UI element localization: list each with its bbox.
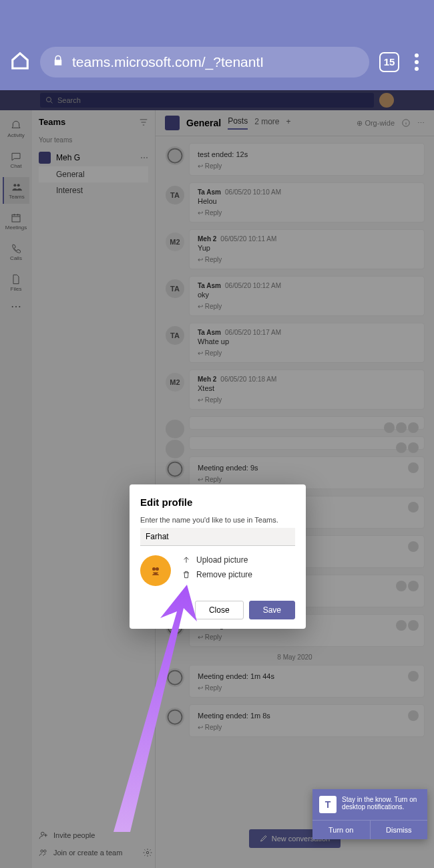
- modal-subtitle: Enter the name you'd like to use in Team…: [140, 516, 295, 524]
- profile-picture: [140, 555, 171, 586]
- channel-title: General: [186, 118, 221, 128]
- rail-activity[interactable]: Activity: [3, 116, 29, 142]
- reply-button[interactable]: ↩ Reply: [198, 396, 416, 404]
- org-wide-label[interactable]: ⊕ Org-wide: [357, 119, 395, 128]
- svg-point-17: [152, 567, 156, 571]
- team-row[interactable]: Meh G ⋯: [39, 149, 148, 166]
- remove-picture-button[interactable]: Remove picture: [182, 570, 252, 579]
- reply-button[interactable]: ↩ Reply: [198, 476, 416, 483]
- message-avatar: [166, 420, 184, 438]
- reply-button[interactable]: ↩ Reply: [198, 162, 416, 170]
- info-icon[interactable]: [401, 118, 411, 128]
- message-avatar: M2: [166, 233, 184, 251]
- reply-button[interactable]: ↩ Reply: [198, 256, 416, 263]
- channel-avatar-icon: [165, 116, 180, 130]
- notification-toast: T Stay in the know. Turn on desktop noti…: [312, 789, 427, 839]
- message-avatar: TA: [166, 326, 184, 345]
- message-meta: Ta Asm06/05/20 10:17 AM: [198, 329, 416, 336]
- reply-button[interactable]: ↩ Reply: [198, 724, 416, 731]
- channel-more-icon[interactable]: ⋯: [417, 119, 425, 128]
- message-avatar: [166, 668, 184, 687]
- rail-files[interactable]: Files: [3, 269, 29, 296]
- reply-button[interactable]: ↩ Reply: [198, 633, 416, 641]
- svg-point-5: [168, 149, 182, 163]
- message-card[interactable]: TATa Asm06/05/20 10:17 AMWhate up↩ Reply: [189, 323, 425, 363]
- message-avatar: TA: [166, 279, 184, 298]
- message-card[interactable]: M2Meh 206/05/20 10:11 AMYup↩ Reply: [189, 229, 425, 269]
- message-avatar: [166, 146, 184, 165]
- notification-text: Stay in the know. Turn on desktop notifi…: [342, 796, 421, 813]
- picture-actions: Upload picture Remove picture: [182, 555, 252, 579]
- reactions[interactable]: [408, 502, 419, 513]
- search-bar: Search: [0, 90, 434, 110]
- team-avatar-icon: [39, 152, 51, 164]
- browser-menu-icon[interactable]: [409, 53, 424, 71]
- svg-point-12: [168, 710, 182, 724]
- save-button[interactable]: Save: [249, 601, 295, 619]
- message-card[interactable]: Meeting ended: 1m 44s↩ Reply: [189, 665, 425, 698]
- dismiss-button[interactable]: Dismiss: [371, 821, 428, 839]
- reactions[interactable]: [408, 462, 419, 473]
- tab-posts[interactable]: Posts: [228, 116, 248, 130]
- reactions[interactable]: [384, 422, 419, 433]
- messages-list: test ended: 12s↩ ReplyTATa Asm06/05/20 1…: [156, 136, 434, 817]
- reactions[interactable]: [408, 541, 419, 552]
- message-card[interactable]: test ended: 12s↩ Reply: [189, 143, 425, 176]
- url-bar[interactable]: teams.microsoft.com/_?tenantI: [40, 47, 369, 78]
- channel-general[interactable]: General: [39, 166, 148, 182]
- rail-calls[interactable]: Calls: [3, 239, 29, 265]
- reply-button[interactable]: ↩ Reply: [198, 349, 416, 357]
- message-avatar: [166, 460, 184, 478]
- add-tab-icon[interactable]: +: [286, 117, 291, 129]
- message-text: oky: [198, 291, 416, 299]
- channel-interest[interactable]: Interest: [39, 182, 148, 198]
- tab-more[interactable]: 2 more: [254, 117, 279, 129]
- message-card[interactable]: M2Meh 206/05/20 10:18 AMXtest↩ Reply: [189, 370, 425, 410]
- reply-button[interactable]: ↩ Reply: [198, 303, 416, 310]
- svg-point-18: [156, 567, 159, 571]
- rail-meetings[interactable]: Meetings: [3, 208, 29, 235]
- message-card[interactable]: [189, 436, 425, 450]
- join-create-team[interactable]: Join or create a team: [39, 844, 152, 861]
- team-more-icon[interactable]: ⋯: [140, 153, 148, 162]
- filter-icon[interactable]: [139, 118, 148, 127]
- reactions[interactable]: [396, 442, 419, 453]
- search-input[interactable]: Search: [40, 93, 374, 108]
- message-text: Meeting ended: 1m 44s: [198, 672, 416, 680]
- picture-row: Upload picture Remove picture: [140, 555, 295, 586]
- upload-picture-button[interactable]: Upload picture: [182, 555, 252, 565]
- message-card[interactable]: [189, 416, 425, 430]
- message-meta: Ta Asm06/05/20 10:12 AM: [198, 282, 416, 289]
- channel-header: General Posts 2 more + ⊕ Org-wide ⋯: [156, 110, 434, 136]
- reactions[interactable]: [396, 620, 419, 631]
- reactions[interactable]: [408, 710, 419, 721]
- reactions[interactable]: [396, 581, 419, 591]
- turn-on-button[interactable]: Turn on: [312, 821, 371, 839]
- message-text: Xtest: [198, 384, 416, 392]
- message-text: Meeting ended: 1m 8s: [198, 712, 416, 720]
- rail-more-icon[interactable]: ⋯: [11, 300, 22, 313]
- name-input[interactable]: [140, 528, 295, 546]
- reply-button[interactable]: ↩ Reply: [198, 209, 416, 216]
- message-card[interactable]: TATa Asm06/05/20 10:10 AMHelou↩ Reply: [189, 182, 425, 223]
- rail-teams[interactable]: Teams: [3, 177, 29, 204]
- modal-buttons: Close Save: [140, 601, 295, 619]
- message-avatar: [166, 708, 184, 726]
- invite-people[interactable]: Invite people: [39, 827, 152, 844]
- svg-point-13: [41, 832, 45, 835]
- tab-count[interactable]: 15: [379, 52, 399, 72]
- message-card[interactable]: Meeting ended: 1m 8s↩ Reply: [189, 704, 425, 737]
- message-meta: Ta Asm06/05/20 10:10 AM: [198, 188, 416, 196]
- home-icon[interactable]: [10, 51, 30, 74]
- profile-avatar[interactable]: [379, 93, 394, 108]
- reactions[interactable]: [408, 671, 419, 682]
- reply-button[interactable]: ↩ Reply: [198, 684, 416, 692]
- modal-title: Edit profile: [140, 496, 295, 508]
- rail-chat[interactable]: Chat: [3, 146, 29, 173]
- message-text: Yup: [198, 244, 416, 252]
- close-button[interactable]: Close: [195, 601, 244, 619]
- svg-point-6: [168, 462, 182, 476]
- message-text: Meeting ended: 9s: [198, 464, 416, 472]
- message-card[interactable]: TATa Asm06/05/20 10:12 AMoky↩ Reply: [189, 276, 425, 316]
- gear-icon[interactable]: [143, 848, 152, 857]
